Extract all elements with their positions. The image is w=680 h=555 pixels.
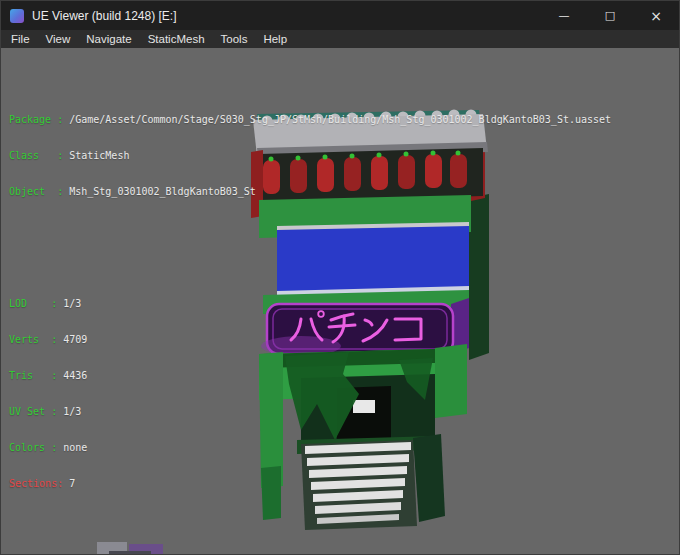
hud-overlay: Package : /Game/Asset/Common/Stage/S030_… xyxy=(9,54,611,554)
close-button[interactable]: × xyxy=(633,1,679,30)
viewport-3d[interactable]: Package : /Game/Asset/Common/Stage/S030_… xyxy=(1,48,679,554)
menu-navigate[interactable]: Navigate xyxy=(78,30,139,48)
ue-viewer-window: UE Viewer (build 1248) [E:] — □ × File V… xyxy=(0,0,680,555)
info-package: Package : /Game/Asset/Common/Stage/S030_… xyxy=(9,114,611,126)
titlebar: UE Viewer (build 1248) [E:] — □ × xyxy=(1,1,679,30)
material-list: 0: MI_Stg_03010_BldgKantoB_Etc00_Opa (Ma… xyxy=(35,550,611,554)
window-title: UE Viewer (build 1248) [E:] xyxy=(32,9,177,23)
stat-uvset: UV Set : 1/3 xyxy=(9,406,611,418)
stat-colors: Colors : none xyxy=(9,442,611,454)
stat-sections: Sections: 7 xyxy=(9,478,611,490)
stat-lod: LOD : 1/3 xyxy=(9,298,611,310)
stat-verts: Verts : 4709 xyxy=(9,334,611,346)
asset-info: Package : /Game/Asset/Common/Stage/S030_… xyxy=(9,90,611,222)
menu-view[interactable]: View xyxy=(38,30,79,48)
minimize-icon: — xyxy=(559,10,570,21)
menu-help[interactable]: Help xyxy=(255,30,295,48)
menu-file[interactable]: File xyxy=(3,30,38,48)
maximize-icon: □ xyxy=(605,10,615,21)
menu-staticmesh[interactable]: StaticMesh xyxy=(140,30,213,48)
app-icon xyxy=(10,9,24,23)
info-object: Object : Msh_Stg_0301002_BldgKantoB03_St xyxy=(9,186,611,198)
menubar: File View Navigate StaticMesh Tools Help xyxy=(1,30,679,48)
maximize-button[interactable]: □ xyxy=(587,1,633,30)
menu-tools[interactable]: Tools xyxy=(213,30,256,48)
info-class: Class : StaticMesh xyxy=(9,150,611,162)
mesh-stats: LOD : 1/3 Verts : 4709 Tris : 4436 UV Se… xyxy=(9,274,611,514)
stat-tris: Tris : 4436 xyxy=(9,370,611,382)
minimize-button[interactable]: — xyxy=(541,1,587,30)
close-icon: × xyxy=(650,9,662,23)
window-controls: — □ × xyxy=(541,1,679,30)
